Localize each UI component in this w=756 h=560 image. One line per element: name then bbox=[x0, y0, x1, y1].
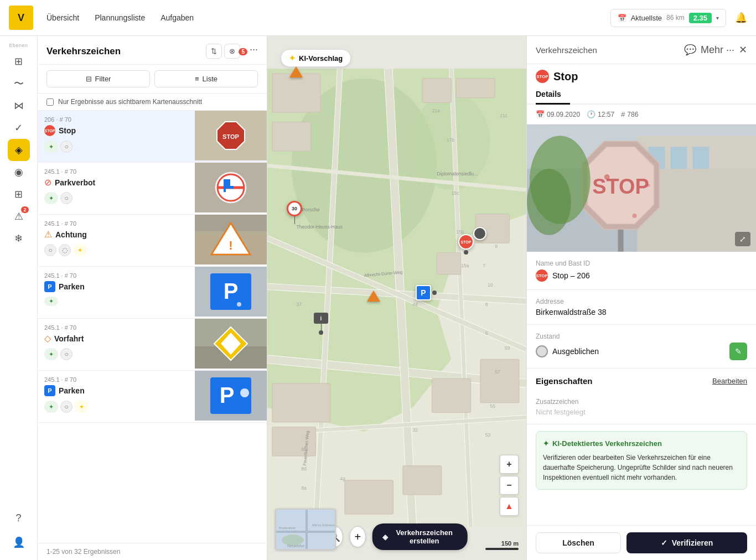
chat-icon[interactable]: 💬 bbox=[684, 44, 696, 56]
bearbeiten-link[interactable]: Bearbeiten bbox=[712, 377, 747, 385]
map-add-button[interactable]: + bbox=[349, 526, 366, 547]
sort-button[interactable]: ⇅ bbox=[206, 44, 222, 59]
ki-proposal-badge[interactable]: ✦ KI-Vorschlag bbox=[281, 49, 351, 67]
info-dot-icon bbox=[473, 227, 486, 240]
info-sign-marker[interactable]: i bbox=[314, 313, 328, 335]
list-item[interactable]: 245.1 · # 70 P Parken ✦ P bbox=[38, 267, 267, 319]
main-nav: Übersicht Plannungsliste Aufgaben bbox=[46, 13, 194, 22]
warning-marker-2[interactable] bbox=[367, 291, 380, 302]
tag-circle: ○ bbox=[60, 348, 73, 360]
svg-point-107 bbox=[527, 169, 571, 235]
svg-text:4g: 4g bbox=[340, 476, 345, 481]
panel-more-button[interactable]: ··· bbox=[250, 44, 258, 55]
list-item[interactable]: 206 · # 70 STOP Stop ✦ ○ STOP bbox=[38, 111, 267, 163]
nav-plannungsliste[interactable]: Plannungsliste bbox=[95, 13, 145, 22]
zoom-in-button[interactable]: + bbox=[500, 455, 519, 474]
item-tags: ✦ ○ ✦ bbox=[44, 401, 188, 413]
filter-icon-button[interactable]: ⊗ bbox=[224, 44, 240, 59]
minimap[interactable]: Neuweiler Steinbach Breitenholz Weil im … bbox=[275, 509, 336, 550]
info-dot-marker[interactable] bbox=[473, 227, 486, 240]
detail-stop-badge: STOP bbox=[536, 70, 549, 83]
item-image: P bbox=[195, 267, 267, 318]
svg-text:10: 10 bbox=[488, 282, 493, 288]
parking-marker[interactable]: P bbox=[416, 285, 437, 300]
nav-aufgaben[interactable]: Aufgaben bbox=[160, 13, 194, 22]
create-sign-button[interactable]: ◈ Verkehrszeichen erstellen bbox=[372, 523, 467, 550]
filter-button[interactable]: ⊟ Filter bbox=[46, 70, 150, 87]
item-sign-label: Parkverbot bbox=[55, 178, 95, 187]
tab-details[interactable]: Details bbox=[536, 85, 570, 105]
sidebar-icon-direction[interactable]: ◈ bbox=[8, 139, 30, 161]
map-area[interactable]: Albrecht-Dürer-Weg Feuerbacher-Weg Theod… bbox=[267, 36, 526, 560]
svg-text:37: 37 bbox=[296, 302, 302, 307]
sidebar-icon-layers[interactable]: ⊞ bbox=[8, 50, 30, 72]
sidebar-icon-user[interactable]: 👤 bbox=[8, 531, 30, 553]
detail-meta: 📅 09.09.2020 🕐 12:57 # 786 bbox=[527, 105, 756, 125]
zustand-edit-button[interactable]: ✎ bbox=[729, 343, 747, 360]
svg-rect-48 bbox=[422, 79, 451, 103]
nav-ubersicht[interactable]: Übersicht bbox=[46, 13, 79, 22]
calendar-icon: 📅 bbox=[618, 14, 626, 22]
list-item[interactable]: 245.1 · # 70 ◇ Vorfahrt ✦ ○ bbox=[38, 319, 267, 371]
sidebar-icon-circle[interactable]: ◉ bbox=[8, 161, 30, 183]
address-title: Addresse bbox=[536, 298, 747, 305]
svg-text:7: 7 bbox=[483, 263, 485, 268]
map-controls: + − ▲ bbox=[500, 455, 519, 516]
sidebar-icon-alert[interactable]: ⚠ 2 bbox=[8, 205, 30, 227]
verify-button[interactable]: ✓ Verifizieren bbox=[626, 532, 747, 553]
map-extent-checkbox[interactable] bbox=[46, 98, 54, 106]
detail-more-button[interactable]: Mehr ··· bbox=[701, 44, 734, 56]
list-button[interactable]: ≡ Liste bbox=[154, 70, 258, 87]
tag-green-dot: ✦ bbox=[44, 192, 58, 204]
ki-badge-label: KI-Vorschlag bbox=[299, 54, 343, 63]
sidebar-icon-snow[interactable]: ❄ bbox=[8, 227, 30, 250]
map-svg: Albrecht-Dürer-Weg Feuerbacher-Weg Theod… bbox=[267, 36, 526, 560]
svg-text:55: 55 bbox=[490, 403, 495, 409]
sidebar-icon-check[interactable]: ✓ bbox=[8, 117, 30, 139]
svg-rect-98 bbox=[692, 147, 709, 169]
map-bottom-controls: 🔍 + ◈ Verkehrszeichen erstellen bbox=[327, 523, 468, 550]
stop-map-marker[interactable]: STOP bbox=[458, 234, 474, 255]
delete-button[interactable]: Löschen bbox=[536, 532, 621, 553]
svg-text:Steinbach: Steinbach bbox=[304, 548, 319, 550]
eigenschaften-header: Eigenschaften Bearbeiten bbox=[527, 369, 756, 390]
svg-rect-105 bbox=[618, 230, 624, 252]
filter-row: ⊟ Filter ≡ Liste bbox=[38, 65, 267, 94]
aktuellste-button[interactable]: 📅 Aktuellste 86 km 2.35 ▾ bbox=[610, 9, 726, 27]
hash-icon: # bbox=[621, 110, 625, 118]
svg-rect-56 bbox=[345, 480, 393, 514]
tag-green-dot: ✦ bbox=[44, 401, 58, 413]
ki-alert: ✦ KI-Detektiertes Verkehrszeichen Verifi… bbox=[536, 431, 747, 490]
speed-limit-marker[interactable]: 30 bbox=[287, 201, 302, 224]
stop-sign-icon: STOP bbox=[44, 125, 55, 136]
item-meta: 245.1 · # 70 bbox=[44, 168, 188, 175]
sidebar-icon-node[interactable]: ⋈ bbox=[8, 95, 30, 117]
svg-text:21a: 21a bbox=[432, 108, 440, 113]
list-item[interactable]: 245.1 · # 70 P Parken ✦ ○ ✦ P bbox=[38, 371, 267, 423]
sidebar-icon-help[interactable]: ? bbox=[8, 507, 30, 529]
list-item[interactable]: 245.1 · # 70 ⊘ Parkverbot ✦ ○ bbox=[38, 163, 267, 215]
list-label: Liste bbox=[203, 75, 218, 83]
item-image: ! bbox=[195, 215, 267, 266]
zoom-out-button[interactable]: − bbox=[500, 476, 519, 495]
svg-text:57: 57 bbox=[495, 369, 500, 375]
list-item[interactable]: 245.1 · # 70 ⚠ Achtung ○ ◌ ✦ ! bbox=[38, 215, 267, 267]
detail-header-title: Verkehrszeichen bbox=[536, 45, 680, 55]
item-image: STOP bbox=[195, 111, 267, 162]
expand-photo-button[interactable]: ⤢ bbox=[735, 232, 750, 246]
svg-point-102 bbox=[604, 174, 610, 180]
tag-star: ✦ bbox=[75, 401, 89, 413]
compass-button[interactable]: ▲ bbox=[500, 497, 519, 516]
tag-dotted: ◌ bbox=[59, 244, 71, 256]
sidebar-icon-grid[interactable]: ⊞ bbox=[8, 183, 30, 205]
speed-sign-icon: 30 bbox=[287, 201, 302, 216]
notification-bell-icon[interactable]: 🔔 bbox=[735, 12, 747, 24]
svg-text:6: 6 bbox=[485, 330, 488, 336]
app-logo[interactable]: V bbox=[9, 6, 33, 30]
top-navigation: V Übersicht Plannungsliste Aufgaben 📅 Ak… bbox=[0, 0, 756, 36]
zusatzzeichen-value: Nicht festgelegt bbox=[536, 408, 747, 416]
svg-point-104 bbox=[646, 184, 650, 187]
sidebar-icon-graph[interactable]: 〜 bbox=[8, 72, 30, 95]
warning-marker[interactable] bbox=[289, 66, 303, 77]
detail-close-button[interactable]: ✕ bbox=[739, 44, 747, 56]
